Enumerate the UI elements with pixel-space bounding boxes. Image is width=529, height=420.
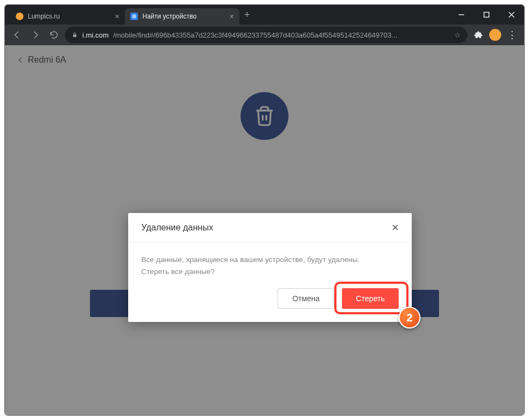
- tab-title: Lumpics.ru: [28, 13, 111, 20]
- tab-lumpics[interactable]: Lumpics.ru ×: [10, 8, 125, 25]
- dialog-body: Все данные, хранящиеся на вашем устройст…: [128, 242, 412, 283]
- tab-title: Найти устройство: [142, 13, 225, 20]
- svg-rect-4: [73, 35, 76, 38]
- minimize-button[interactable]: [449, 5, 474, 25]
- url-host: i.mi.com: [82, 31, 109, 39]
- favicon-icon: [16, 13, 23, 20]
- window-controls: [449, 5, 524, 25]
- titlebar: Lumpics.ru × Найти устройство × +: [5, 5, 524, 25]
- favicon-icon: [130, 13, 138, 20]
- new-tab-button[interactable]: +: [239, 9, 255, 21]
- dialog-close-button[interactable]: ×: [392, 222, 399, 234]
- erase-confirm-dialog: Удаление данных × Все данные, хранящиеся…: [128, 213, 412, 322]
- extension-orange-icon[interactable]: [489, 29, 501, 41]
- bookmark-icon[interactable]: ☆: [454, 31, 461, 39]
- lock-icon: [71, 32, 78, 38]
- browser-window: Lumpics.ru × Найти устройство × + i.mi.c…: [4, 4, 525, 416]
- browser-menu-button[interactable]: ⋮: [504, 29, 520, 41]
- dialog-header: Удаление данных ×: [128, 213, 412, 242]
- url-path: /mobile/find#/696b43355a7d223c3f49496623…: [113, 31, 397, 39]
- forward-button[interactable]: [28, 27, 43, 42]
- toolbar: i.mi.com/mobile/find#/696b43355a7d223c3f…: [5, 25, 524, 45]
- dialog-text-1: Все данные, хранящиеся на вашем устройст…: [141, 254, 399, 266]
- close-icon[interactable]: ×: [230, 13, 234, 20]
- page-content: Redmi 6A дистанционно после удаления все…: [5, 45, 524, 415]
- address-bar[interactable]: i.mi.com/mobile/find#/696b43355a7d223c3f…: [65, 27, 467, 43]
- dialog-footer: Отмена Стереть: [128, 283, 412, 322]
- dialog-text-2: Стереть все данные?: [141, 266, 399, 278]
- back-button[interactable]: [9, 27, 25, 42]
- annotation-step-badge: 2: [399, 307, 420, 328]
- tab-find-device[interactable]: Найти устройство ×: [125, 8, 239, 25]
- maximize-button[interactable]: [474, 5, 499, 25]
- reload-button[interactable]: [46, 27, 62, 42]
- dialog-title: Удаление данных: [141, 223, 213, 233]
- close-icon[interactable]: ×: [115, 13, 119, 20]
- confirm-erase-button[interactable]: Стереть: [342, 288, 399, 309]
- svg-rect-1: [484, 13, 489, 17]
- close-window-button[interactable]: [499, 5, 524, 25]
- cancel-button[interactable]: Отмена: [278, 288, 334, 309]
- extensions-icon[interactable]: [471, 27, 486, 42]
